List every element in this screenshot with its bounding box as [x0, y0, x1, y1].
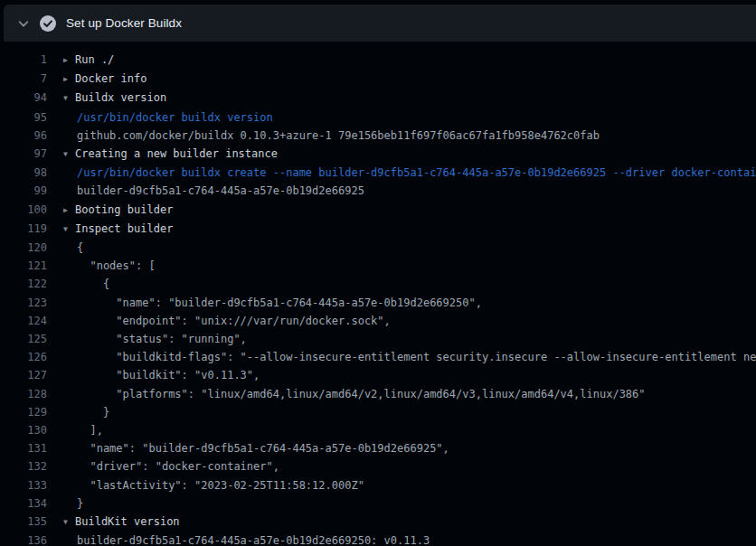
log-line-text: ▼Buildx version [63, 89, 166, 108]
line-number[interactable]: 127 [0, 366, 47, 384]
log-line: 136 builder-d9cfb5a1-c764-445a-a57e-0b19… [0, 532, 756, 546]
log-line: 130 ], [0, 421, 756, 439]
log-line-text: "nodes": [ [63, 257, 156, 275]
log-line-text: ], [63, 421, 103, 439]
log-line[interactable]: 100 ▶Booting builder [0, 201, 756, 220]
log-line-text: /usr/bin/docker buildx version [63, 108, 273, 127]
line-number[interactable]: 129 [0, 403, 47, 421]
step-title: Set up Docker Buildx [66, 16, 182, 30]
log-line: 122 { [0, 275, 756, 293]
log-line[interactable]: 1 ▶Run ./ [0, 51, 756, 70]
line-number[interactable]: 128 [0, 385, 47, 403]
log-line-text: } [63, 403, 109, 421]
line-number[interactable]: 131 [0, 439, 47, 457]
log-line: 126 "buildkitd-flags": "--allow-insecure… [0, 348, 756, 366]
log-line-text: ▼BuildKit version [63, 513, 180, 532]
line-number[interactable]: 96 [0, 127, 47, 145]
log-line[interactable]: 119 ▼Inspect builder [0, 220, 756, 239]
line-number[interactable]: 122 [0, 275, 47, 293]
log-line[interactable]: 97 ▼Creating a new builder instance [0, 145, 756, 164]
line-number[interactable]: 100 [0, 201, 47, 220]
log-group-title: Buildx version [75, 91, 166, 104]
log-line-text: "platforms": "linux/amd64,linux/amd64/v2… [63, 385, 646, 403]
log-line: 134 } [0, 494, 756, 513]
group-collapsed-arrow-icon[interactable]: ▶ [63, 52, 75, 70]
log-line: 129 } [0, 403, 756, 421]
log-lines: 1 ▶Run ./ 7 ▶Docker info 94 ▼Buildx vers… [0, 51, 756, 546]
log-line: 96 github.com/docker/buildx 0.10.3+azure… [0, 127, 756, 145]
log-line-text: ▼Creating a new builder instance [63, 145, 278, 164]
group-expanded-arrow-icon[interactable]: ▼ [63, 221, 75, 239]
log-line-text: "buildkit": "v0.11.3", [63, 366, 260, 384]
log-line[interactable]: 7 ▶Docker info [0, 70, 756, 89]
log-line-text: ▶Docker info [63, 70, 146, 89]
log-group-title: Run ./ [75, 53, 114, 66]
log-group-title: Booting builder [75, 203, 173, 216]
log-line-text: ▼Inspect builder [63, 220, 173, 239]
line-number[interactable]: 7 [0, 70, 47, 89]
log-line-text: "name": "builder-d9cfb5a1-c764-445a-a57e… [63, 439, 449, 457]
log-line-text: builder-d9cfb5a1-c764-445a-a57e-0b19d2e6… [63, 532, 430, 546]
log-line-text: "driver": "docker-container", [63, 457, 279, 475]
log-line: 98 /usr/bin/docker buildx create --name … [0, 164, 756, 182]
log-line-text: /usr/bin/docker buildx create --name bui… [63, 164, 756, 182]
log-line-text: builder-d9cfb5a1-c764-445a-a57e-0b19d2e6… [63, 182, 364, 200]
chevron-down-icon[interactable] [16, 16, 31, 31]
line-number[interactable]: 135 [0, 513, 47, 532]
log-line-text: } [63, 494, 83, 513]
log-line: 127 "buildkit": "v0.11.3", [0, 366, 756, 384]
line-number[interactable]: 130 [0, 421, 47, 439]
line-number[interactable]: 125 [0, 330, 47, 348]
line-number[interactable]: 95 [0, 108, 47, 127]
log-line-text: { [63, 275, 109, 293]
log-group-title: Docker info [75, 72, 146, 85]
line-number[interactable]: 98 [0, 164, 47, 182]
log-line-text: github.com/docker/buildx 0.10.3+azure-1 … [63, 127, 600, 145]
line-number[interactable]: 120 [0, 239, 47, 257]
log-line-text: ▶Run ./ [63, 51, 114, 70]
log-line-text: "endpoint": "unix:///var/run/docker.sock… [63, 312, 391, 330]
line-number[interactable]: 126 [0, 348, 47, 366]
log-line-text: "buildkitd-flags": "--allow-insecure-ent… [63, 348, 756, 366]
line-number[interactable]: 123 [0, 294, 47, 312]
log-group-title: Creating a new builder instance [75, 147, 278, 160]
log-group-title: BuildKit version [75, 515, 180, 528]
log-line-text: { [63, 239, 83, 257]
line-number[interactable]: 1 [0, 51, 47, 70]
line-number[interactable]: 97 [0, 145, 47, 164]
line-number[interactable]: 119 [0, 220, 47, 239]
log-line-text: "name": "builder-d9cfb5a1-c764-445a-a57e… [63, 294, 482, 312]
check-circle-icon [40, 15, 56, 32]
log-line-text: ▶Booting builder [63, 201, 173, 220]
line-number[interactable]: 134 [0, 494, 47, 513]
group-expanded-arrow-icon[interactable]: ▼ [63, 513, 75, 532]
log-line: 133 "lastActivity": "2023-02-25T11:58:12… [0, 476, 756, 494]
log-line: 132 "driver": "docker-container", [0, 457, 756, 475]
log-line-text: "status": "running", [63, 330, 247, 348]
log-line: 125 "status": "running", [0, 330, 756, 348]
log-line: 120 { [0, 239, 756, 257]
log-line: 121 "nodes": [ [0, 257, 756, 275]
log-line: 99 builder-d9cfb5a1-c764-445a-a57e-0b19d… [0, 182, 756, 200]
log-line[interactable]: 94 ▼Buildx version [0, 89, 756, 108]
line-number[interactable]: 94 [0, 89, 47, 108]
line-number[interactable]: 121 [0, 257, 47, 275]
group-expanded-arrow-icon[interactable]: ▼ [63, 89, 75, 108]
log-line-text: "lastActivity": "2023-02-25T11:58:12.000… [63, 476, 364, 494]
log-line[interactable]: 135 ▼BuildKit version [0, 513, 756, 532]
log-line: 123 "name": "builder-d9cfb5a1-c764-445a-… [0, 294, 756, 312]
log-line: 131 "name": "builder-d9cfb5a1-c764-445a-… [0, 439, 756, 457]
line-number[interactable]: 99 [0, 182, 47, 200]
group-collapsed-arrow-icon[interactable]: ▶ [63, 71, 75, 89]
step-header[interactable]: Set up Docker Buildx [4, 5, 756, 42]
log-group-title: Inspect builder [75, 222, 173, 235]
line-number[interactable]: 124 [0, 312, 47, 330]
line-number[interactable]: 132 [0, 457, 47, 475]
log-line: 124 "endpoint": "unix:///var/run/docker.… [0, 312, 756, 330]
line-number[interactable]: 136 [0, 532, 47, 546]
log-line: 128 "platforms": "linux/amd64,linux/amd6… [0, 385, 756, 403]
line-number[interactable]: 133 [0, 476, 47, 494]
group-expanded-arrow-icon[interactable]: ▼ [63, 146, 75, 164]
log-line: 95 /usr/bin/docker buildx version [0, 108, 756, 127]
group-collapsed-arrow-icon[interactable]: ▶ [63, 202, 75, 220]
